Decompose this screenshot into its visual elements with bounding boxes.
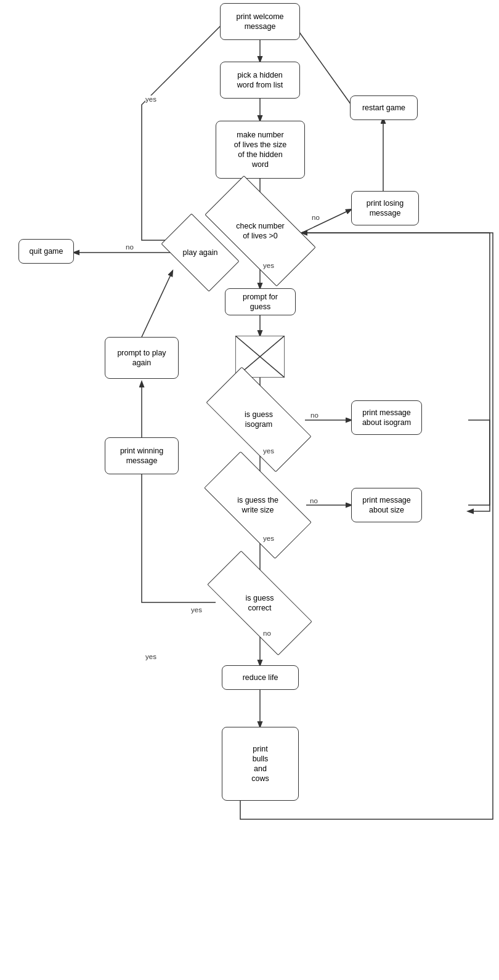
is-correct-diamond: is guess correct <box>209 579 310 627</box>
print-size-msg-label: print message about size <box>362 495 411 516</box>
reduce-life-box: reduce life <box>222 665 299 690</box>
make-lives-label: make number of lives the size of the hid… <box>234 130 286 170</box>
label-no-isogram: no <box>310 411 318 419</box>
restart-game-label: restart game <box>362 103 405 113</box>
label-no-lives: no <box>312 214 320 221</box>
is-isogram-diamond: is guess isogram <box>209 394 308 445</box>
print-size-msg-box: print message about size <box>351 488 422 522</box>
reduce-life-label: reduce life <box>243 673 278 682</box>
label-yes-size: yes <box>263 535 274 542</box>
is-write-size-label: is guess the write size <box>237 495 278 516</box>
print-isogram-msg-label: print message about isogram <box>362 408 411 428</box>
prompt-guess-label: prompt for guess <box>243 292 278 312</box>
label-no-play: no <box>126 243 134 251</box>
prompt-guess-box: prompt for guess <box>225 288 296 315</box>
print-winning-label: print winning message <box>120 446 163 466</box>
quit-game-label: quit game <box>30 246 63 256</box>
label-no-correct: no <box>263 630 271 637</box>
flowchart: print welcome message pick a hidden word… <box>0 0 499 980</box>
print-bulls-box: print bulls and cows <box>222 727 299 801</box>
is-write-size-diamond: is guess the write size <box>208 479 308 531</box>
label-yes-correct: yes <box>191 606 202 614</box>
print-losing-label: print losing message <box>367 198 404 219</box>
prompt-play-again-label: prompt to play again <box>117 348 166 368</box>
restart-game-box: restart game <box>350 95 418 120</box>
print-winning-box: print winning message <box>105 437 179 474</box>
prompt-play-again-box: prompt to play again <box>105 337 179 379</box>
label-yes-loop: yes <box>145 653 156 660</box>
svg-line-16 <box>142 271 172 337</box>
pick-hidden-label: pick a hidden word from list <box>237 70 283 91</box>
print-bulls-label: print bulls and cows <box>251 744 269 784</box>
make-lives-box: make number of lives the size of the hid… <box>216 121 305 179</box>
label-no-size: no <box>310 497 318 504</box>
print-isogram-msg-box: print message about isogram <box>351 400 422 435</box>
print-welcome-box: print welcome message <box>220 3 300 40</box>
play-again-diamond: play again <box>166 231 234 274</box>
label-yes-play: yes <box>145 95 156 103</box>
label-yes-isogram: yes <box>263 447 274 455</box>
is-isogram-label: is guess isogram <box>245 410 273 430</box>
print-welcome-label: print welcome message <box>236 12 283 32</box>
print-losing-box: print losing message <box>351 191 419 225</box>
label-yes-lives: yes <box>263 262 274 269</box>
is-correct-label: is guess correct <box>246 593 274 614</box>
play-again-label: play again <box>183 248 218 257</box>
quit-game-box: quit game <box>18 239 74 264</box>
pick-hidden-box: pick a hidden word from list <box>220 62 300 99</box>
check-lives-label: check number of lives >0 <box>236 221 285 241</box>
